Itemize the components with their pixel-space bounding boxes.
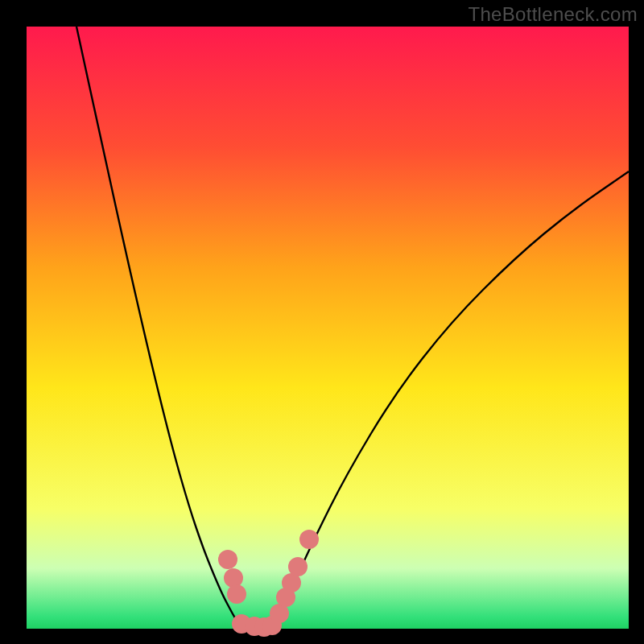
data-marker bbox=[218, 550, 237, 569]
data-marker bbox=[227, 584, 246, 604]
data-marker bbox=[299, 530, 319, 549]
data-marker bbox=[224, 568, 243, 588]
data-marker bbox=[288, 557, 308, 576]
bottleneck-chart bbox=[0, 0, 644, 644]
watermark-text: TheBottleneck.com bbox=[468, 3, 638, 26]
plot-background bbox=[27, 27, 629, 629]
chart-frame: TheBottleneck.com bbox=[0, 0, 644, 644]
